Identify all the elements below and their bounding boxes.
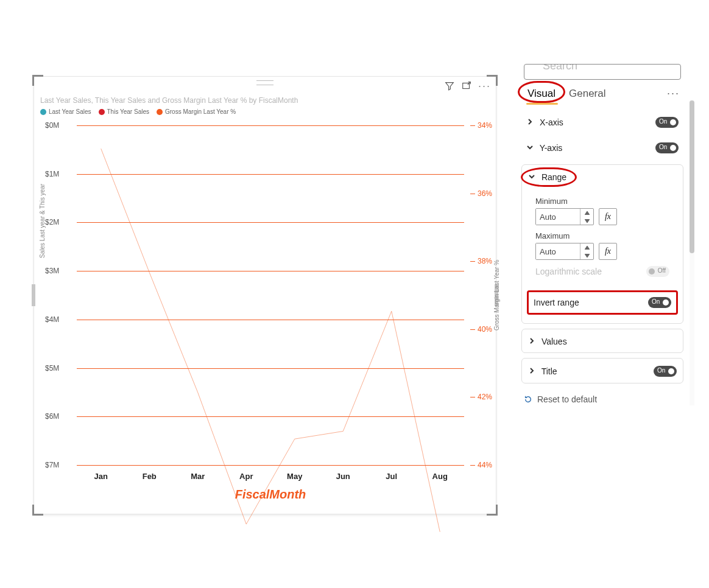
title-label: Title <box>541 366 557 376</box>
y-right-tick: 36% <box>478 189 492 198</box>
legend-swatch <box>157 109 163 115</box>
toggle-label: On <box>657 367 665 374</box>
y-left-tick: $1M <box>45 170 59 178</box>
section-label: X-axis <box>540 117 563 127</box>
bar-group: Apr <box>222 125 271 465</box>
x-tick: Apr <box>222 472 271 481</box>
y-left-tick: $7M <box>45 461 59 469</box>
legend-label: This Year Sales <box>107 108 150 115</box>
y-left-tick: $4M <box>45 315 59 324</box>
maximum-label: Maximum <box>535 231 669 240</box>
plot-area: $0M$1M$2M$3M$4M$5M$6M$7M34%36%38%40%42%4… <box>77 125 464 465</box>
chart-visual-card[interactable]: ··· Last Year Sales, This Year Sales and… <box>34 76 496 514</box>
bar-group: Jan <box>77 125 125 465</box>
y-right-axis-label: Gross Margin Last Year % <box>493 260 500 331</box>
y-left-tick: $3M <box>45 267 59 275</box>
toggle-title[interactable]: On <box>654 366 677 377</box>
section-y-axis[interactable]: Y-axis On <box>521 136 683 159</box>
y-left-tick: $5M <box>45 364 59 373</box>
bar-group: Feb <box>125 125 174 465</box>
tab-general[interactable]: General <box>568 85 607 102</box>
y-left-tick: $6M <box>45 412 59 421</box>
x-tick: May <box>270 472 319 481</box>
minimum-label: Minimum <box>535 197 669 206</box>
chevron-right-icon <box>528 337 535 346</box>
toggle-log-scale: Off <box>646 266 669 277</box>
values-label: Values <box>541 337 567 346</box>
step-down-icon[interactable] <box>580 217 593 225</box>
tab-visual[interactable]: Visual <box>526 85 557 102</box>
search-placeholder-remnant: Search <box>543 64 577 72</box>
y-axis-range-card: Range Minimum fx Maximum <box>521 164 683 324</box>
reset-to-default[interactable]: Reset to default <box>520 388 685 405</box>
resize-handle-bl[interactable] <box>32 505 43 516</box>
chevron-right-icon <box>528 366 535 376</box>
chart-legend: Last Year Sales This Year Sales Gross Ma… <box>40 108 236 115</box>
format-pane: Search Visual General ··· X-axis On Y-ax… <box>520 64 685 405</box>
x-tick: Aug <box>416 472 465 481</box>
maximum-input[interactable] <box>535 243 594 260</box>
resize-handle-br[interactable] <box>487 505 498 516</box>
fx-button[interactable]: fx <box>599 208 617 225</box>
reset-icon <box>524 395 532 404</box>
bar-group: Jul <box>367 125 416 465</box>
title-card[interactable]: Title On <box>521 358 683 383</box>
values-card[interactable]: Values <box>521 329 683 353</box>
y-right-tick: 34% <box>478 121 492 130</box>
y-right-tick: 40% <box>478 325 492 334</box>
pane-scrollbar[interactable] <box>690 100 694 405</box>
tab-more-icon[interactable]: ··· <box>666 85 681 102</box>
chart-title: Last Year Sales, This Year Sales and Gro… <box>40 96 298 105</box>
scrollbar-thumb[interactable] <box>690 100 694 253</box>
focus-mode-icon[interactable] <box>461 80 472 94</box>
fx-button[interactable]: fx <box>599 243 617 260</box>
invert-range-row: Invert range On <box>527 290 678 315</box>
y-left-tick: $0M <box>45 121 59 130</box>
resize-handle-tl[interactable] <box>32 75 43 86</box>
more-options-icon[interactable]: ··· <box>478 80 491 94</box>
legend-label: Gross Margin Last Year % <box>165 108 236 115</box>
toggle-label: Off <box>658 267 666 274</box>
minimum-value[interactable] <box>536 209 580 225</box>
maximum-value[interactable] <box>536 243 580 259</box>
chevron-right-icon <box>526 117 534 127</box>
resize-handle-left[interactable] <box>32 284 35 306</box>
range-label[interactable]: Range <box>541 172 566 182</box>
toggle-y-axis[interactable]: On <box>655 142 679 153</box>
reset-label: Reset to default <box>537 394 597 404</box>
x-tick: Jun <box>319 472 368 481</box>
minimum-input[interactable] <box>535 208 594 225</box>
y-left-tick: $2M <box>45 218 59 226</box>
bar-group: Jun <box>319 125 368 465</box>
legend-swatch <box>99 109 105 115</box>
bar-group: Aug <box>416 125 465 465</box>
toggle-x-axis[interactable]: On <box>655 117 679 128</box>
filter-icon[interactable] <box>444 80 455 94</box>
bar-group: May <box>270 125 319 465</box>
x-tick: Jan <box>77 472 125 481</box>
bar-group: Mar <box>174 125 222 465</box>
y-right-tick: 38% <box>478 257 492 265</box>
toggle-label: On <box>659 118 667 125</box>
toggle-label: On <box>652 298 660 305</box>
legend-swatch <box>40 109 46 115</box>
section-label: Y-axis <box>540 143 563 153</box>
x-axis-title: FiscalMonth <box>235 488 306 502</box>
chevron-down-icon <box>528 172 535 182</box>
step-down-icon[interactable] <box>580 251 593 259</box>
y-right-tick: 42% <box>478 393 492 401</box>
search-input[interactable]: Search <box>524 64 681 80</box>
toggle-invert-range[interactable]: On <box>648 297 671 308</box>
chevron-down-icon <box>526 143 534 153</box>
legend-label: Last Year Sales <box>49 108 91 115</box>
invert-range-label: Invert range <box>534 298 579 307</box>
x-tick: Jul <box>367 472 416 481</box>
toggle-label: On <box>659 144 667 150</box>
log-scale-label: Logarithmic scale <box>535 267 602 276</box>
drag-handle-icon[interactable] <box>256 80 273 85</box>
step-up-icon[interactable] <box>580 243 593 251</box>
section-x-axis[interactable]: X-axis On <box>521 111 683 134</box>
x-tick: Feb <box>125 472 174 481</box>
step-up-icon[interactable] <box>580 209 593 217</box>
y-right-tick: 44% <box>478 461 492 469</box>
